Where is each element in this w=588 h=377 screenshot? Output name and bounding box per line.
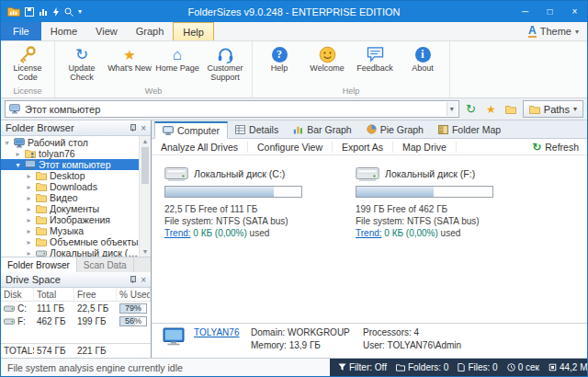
tree-item[interactable]: ▸Объемные объекты [1, 236, 139, 247]
minimize-button[interactable]: ─ [513, 1, 537, 22]
theme-button[interactable]: A Theme ▾ [520, 22, 587, 40]
tree-item[interactable]: ▸Музыка [1, 225, 139, 236]
status-item[interactable]: Folders: 0 [391, 362, 453, 372]
tree-item[interactable]: ▸Видео [1, 192, 139, 203]
status-item[interactable]: Files: 0 [453, 362, 502, 372]
ribbon-tab-help[interactable]: Help [173, 22, 214, 40]
main-toolbar-items: Analyze All DrivesConfigure ViewExport A… [152, 139, 457, 154]
toolbar-button-configure-view[interactable]: Configure View [248, 142, 333, 153]
collapse-icon[interactable]: ▾ [14, 161, 22, 169]
search-icon[interactable] [64, 7, 74, 17]
trend-link[interactable]: Trend: [356, 228, 382, 238]
expand-icon[interactable]: ▸ [25, 238, 33, 246]
expand-icon[interactable]: ▸ [25, 194, 33, 202]
tab-bar-graph[interactable]: Bar Graph [286, 120, 358, 138]
tab-pie-graph[interactable]: Pie Graph [359, 120, 431, 138]
pin-icon[interactable] [129, 124, 136, 132]
go-refresh-icon[interactable]: ↻ [462, 100, 480, 118]
ribbon-tab-row: File HomeViewGraphHelp A Theme ▾ [1, 22, 587, 41]
ribbon-button-help[interactable]: ?Help [255, 43, 303, 86]
combo-dropdown-icon[interactable]: ▾ [447, 102, 457, 116]
close-panel-icon[interactable]: × [141, 275, 146, 285]
favorites-icon[interactable]: ★ [482, 100, 500, 118]
trend-text: Trend: 0 КБ (0,00%) used [356, 227, 541, 239]
drive-icon [36, 249, 47, 257]
tree-item[interactable]: ▾Рабочий стол [1, 137, 139, 148]
expand-icon[interactable]: ▸ [25, 216, 33, 224]
tree-item[interactable]: ▸tolyan76 [1, 148, 139, 159]
column-header[interactable]: Disk [1, 288, 34, 301]
maximize-button[interactable]: □ [537, 1, 562, 22]
tab-details[interactable]: Details [228, 120, 286, 138]
scroll-up-icon[interactable]: ▲ [140, 136, 151, 146]
ribbon-button-about[interactable]: iAbout [399, 43, 447, 86]
column-header[interactable]: % Used [117, 288, 151, 301]
recent-folders-icon[interactable] [503, 100, 520, 118]
computer-name-link[interactable]: TOLYAN76 [194, 327, 251, 337]
tree-item[interactable]: ▸Локальный диск (C:) [1, 247, 139, 257]
help-icon: ? [272, 44, 288, 64]
ribbon-tab-home[interactable]: Home [41, 22, 86, 40]
close-button[interactable]: × [562, 1, 587, 22]
status-item[interactable]: 44,2 МБ [544, 362, 588, 372]
ribbon-button-update-check[interactable]: ↻Update Check [58, 43, 106, 86]
scroll-thumb[interactable] [141, 147, 149, 184]
tree-item[interactable]: ▾Этот компьютер [1, 159, 139, 170]
refresh-button[interactable]: ↻ Refresh [524, 142, 587, 153]
ribbon-button-feedback[interactable]: Feedback [351, 43, 399, 86]
collapse-icon[interactable]: ▾ [3, 139, 11, 147]
toolbar-button-analyze-all-drives[interactable]: Analyze All Drives [152, 142, 248, 153]
tab-computer[interactable]: Computer [154, 121, 228, 139]
chart-icon[interactable] [39, 7, 48, 17]
scroll-down-icon[interactable]: ▼ [140, 246, 151, 257]
drive-space-table: DiskTotalFree% Used C:111 ГБ22,5 ГБ79%F:… [1, 288, 151, 358]
ribbon-tab-view[interactable]: View [86, 22, 127, 40]
expand-icon[interactable]: ▸ [25, 205, 33, 213]
column-header[interactable]: Free [74, 288, 117, 301]
column-header[interactable]: Total [34, 288, 74, 301]
location-combo[interactable]: Этот компьютер ▾ [5, 100, 459, 118]
tree-scrollbar[interactable]: ▲ ▼ [139, 136, 151, 257]
main-tab-strip: ComputerDetailsBar GraphPie GraphFolder … [152, 120, 587, 139]
toolbar-button-map-drive[interactable]: Map Drive [393, 142, 457, 153]
panel-tab-folder-browser[interactable]: Folder Browser [1, 257, 77, 272]
tab-folder-map[interactable]: Folder Map [431, 120, 508, 138]
ribbon-tab-file[interactable]: File [1, 22, 41, 40]
drives-panel: Локальный диск (C:)22,5 ГБ Free of 111 Г… [152, 155, 587, 323]
ribbon-button-what-s-new[interactable]: ★What's New [106, 43, 153, 86]
toolbar-button-export-as[interactable]: Export As [333, 142, 393, 153]
pin-icon[interactable] [129, 276, 136, 284]
expand-icon[interactable]: ▸ [25, 183, 33, 191]
status-item[interactable]: 0 сек [503, 362, 544, 372]
processors-text: Processors: 4 [363, 327, 461, 337]
expand-icon[interactable]: ▸ [25, 249, 33, 257]
ribbon-tab-graph[interactable]: Graph [127, 22, 174, 40]
tree-item[interactable]: ▸Документы [1, 203, 139, 214]
expand-icon[interactable]: ▸ [25, 227, 33, 235]
save-icon[interactable] [25, 7, 34, 17]
expand-icon[interactable]: ▸ [25, 172, 33, 180]
status-item[interactable]: Filter: Off [334, 362, 391, 372]
usage-bar [356, 186, 493, 198]
tree-item[interactable]: ▸Изображения [1, 214, 139, 225]
ribbon-button-customer-support[interactable]: Customer Support [201, 43, 249, 86]
table-row[interactable]: F:462 ГБ199 ГБ56% [1, 314, 151, 327]
paths-button[interactable]: Paths ▾ [523, 100, 583, 118]
ribbon-button-license-code-manager[interactable]: License Code Manager [4, 43, 51, 86]
drive-card[interactable]: Локальный диск (F:)199 ГБ Free of 462 ГБ… [356, 165, 541, 239]
close-panel-icon[interactable]: × [141, 123, 146, 133]
tree-item[interactable]: ▸Downloads [1, 181, 139, 192]
memory-icon [548, 363, 557, 371]
ribbon-button-home-page[interactable]: ⌂Home Page [153, 43, 201, 86]
panel-tab-scan-data[interactable]: Scan Data [77, 257, 134, 272]
expand-icon[interactable]: ▸ [14, 150, 22, 158]
trend-link[interactable]: Trend: [164, 228, 191, 238]
ribbon-button-welcome[interactable]: Welcome [303, 43, 351, 86]
tree-item[interactable]: ▸Desktop [1, 170, 139, 181]
flash-icon[interactable] [52, 7, 60, 17]
app-icon [7, 6, 20, 17]
drive-card[interactable]: Локальный диск (C:)22,5 ГБ Free of 111 Г… [164, 165, 350, 239]
qat-dropdown-icon[interactable]: ▾ [78, 7, 82, 16]
table-row[interactable]: C:111 ГБ22,5 ГБ79% [1, 302, 151, 314]
domain-text: Domain: WORKGROUP [251, 327, 363, 337]
